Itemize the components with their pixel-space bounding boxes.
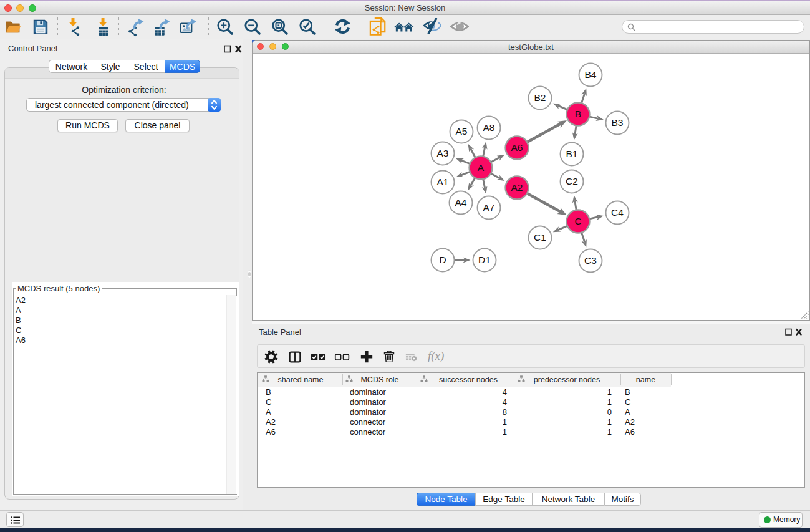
svg-text:D: D <box>439 254 446 265</box>
svg-text:A7: A7 <box>483 202 495 213</box>
svg-text:B4: B4 <box>585 69 597 80</box>
svg-text:D1: D1 <box>478 254 491 265</box>
svg-text:B: B <box>575 109 581 119</box>
svg-text:A: A <box>478 162 485 173</box>
svg-text:A5: A5 <box>456 126 468 137</box>
svg-text:A1: A1 <box>437 177 449 187</box>
svg-text:B2: B2 <box>534 92 546 103</box>
svg-text:A6: A6 <box>511 142 523 153</box>
svg-text:B1: B1 <box>566 148 578 159</box>
svg-text:C2: C2 <box>566 176 578 186</box>
svg-text:A4: A4 <box>455 197 467 208</box>
svg-text:C3: C3 <box>584 255 597 266</box>
svg-text:C4: C4 <box>611 207 624 218</box>
svg-text:C: C <box>574 216 581 226</box>
svg-text:A8: A8 <box>483 122 495 133</box>
svg-text:C1: C1 <box>534 232 546 243</box>
svg-text:B3: B3 <box>612 117 624 128</box>
svg-text:A2: A2 <box>511 182 523 193</box>
svg-text:A3: A3 <box>437 148 449 158</box>
